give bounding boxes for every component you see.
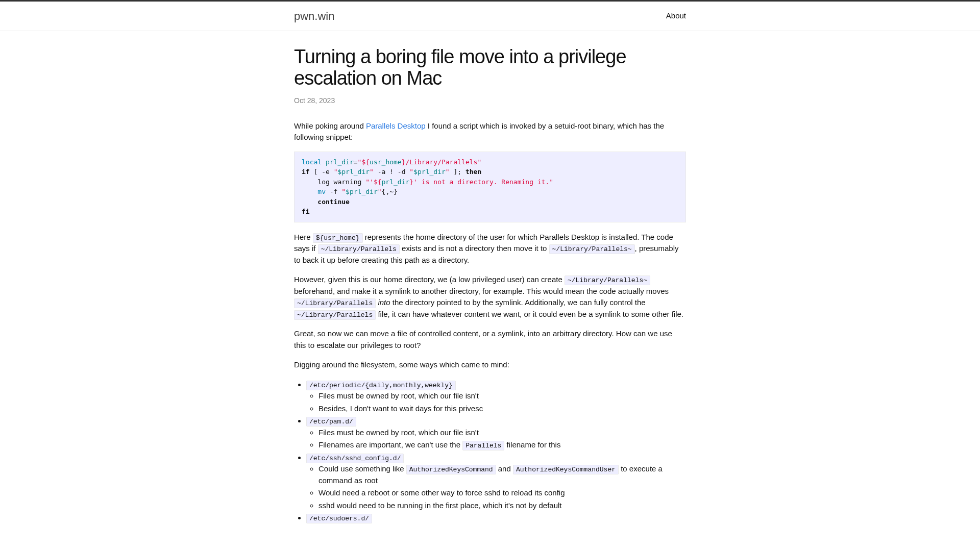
post-date: Oct 28, 2023 (294, 95, 686, 106)
inline-code: /etc/ssh/sshd_config.d/ (306, 454, 404, 463)
inline-code: ~/Library/Parallels (294, 310, 376, 320)
inline-code: ${usr_home} (313, 233, 363, 243)
list-item: Could use something like AuthorizedKeysC… (318, 463, 686, 486)
list-item: Besides, I don't want to wait days for t… (318, 403, 686, 415)
list-item: Files must be owned by root, which our f… (318, 390, 686, 402)
options-list: /etc/periodic/{daily,monthly,weekly} Fil… (306, 379, 686, 524)
list-item: sshd would need to be running in the fir… (318, 500, 686, 512)
inline-code: ~/Library/Parallels (294, 298, 376, 308)
list-item: Filenames are important, we can't use th… (318, 439, 686, 451)
paragraph-2: Here ${usr_home} represents the home dir… (294, 232, 686, 266)
inline-code: ~/Library/Parallels~ (549, 244, 635, 254)
inline-code: /etc/pam.d/ (306, 417, 356, 427)
list-item: /etc/sudoers.d/ (306, 512, 686, 524)
inline-code: ~/Library/Parallels~ (565, 276, 650, 285)
inline-code: AuthorizedKeysCommandUser (513, 465, 619, 474)
inline-code: AuthorizedKeysCommand (406, 465, 496, 474)
site-title-link[interactable]: pwn.win (294, 8, 334, 24)
list-item: /etc/periodic/{daily,monthly,weekly} Fil… (306, 379, 686, 415)
list-item: Would need a reboot or some other way to… (318, 487, 686, 499)
list-item: /etc/pam.d/ Files must be owned by root,… (306, 415, 686, 451)
inline-code: /etc/periodic/{daily,monthly,weekly} (306, 381, 456, 390)
inline-code: ~/Library/Parallels (318, 244, 400, 254)
post-title: Turning a boring file move into a privil… (294, 46, 686, 89)
inline-code: Parallels (462, 441, 504, 450)
list-item: Files must be owned by root, which our f… (318, 427, 686, 439)
inline-code: /etc/sudoers.d/ (306, 514, 372, 523)
paragraph-4: Great, so now we can move a file of cont… (294, 328, 686, 351)
parallels-desktop-link[interactable]: Parallels Desktop (366, 121, 426, 130)
paragraph-3: However, given this is our home director… (294, 274, 686, 320)
post-content: Turning a boring file move into a privil… (294, 31, 686, 524)
paragraph-intro: While poking around Parallels Desktop I … (294, 120, 686, 143)
paragraph-5: Digging around the filesystem, some ways… (294, 359, 686, 371)
nav-about-link[interactable]: About (666, 10, 686, 22)
list-item: /etc/ssh/sshd_config.d/ Could use someth… (306, 452, 686, 512)
site-header: pwn.win About (0, 2, 980, 31)
code-snippet-1: local prl_dir="${usr_home}/Library/Paral… (294, 152, 686, 222)
